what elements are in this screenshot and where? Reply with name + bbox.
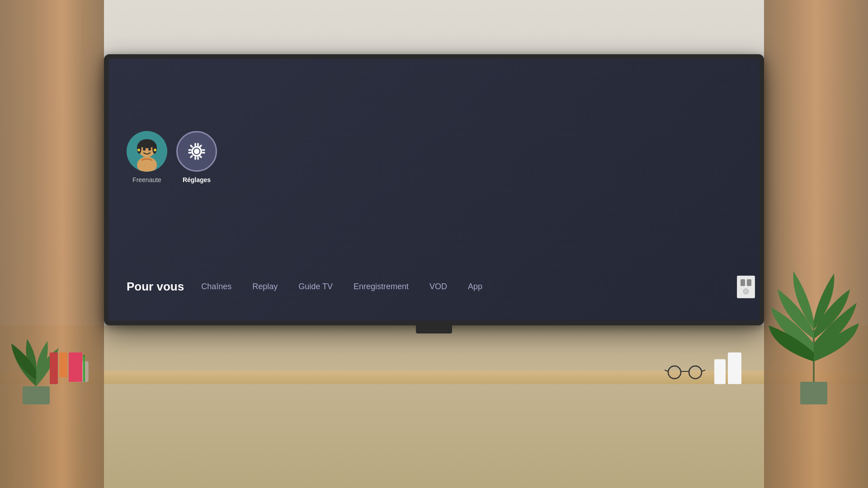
svg-point-28 [689, 366, 702, 379]
nav-bar: Pour vous Chaînes Replay Guide TV Enregi… [127, 280, 741, 294]
svg-point-6 [143, 148, 146, 151]
svg-rect-13 [23, 386, 50, 404]
white-vase [728, 352, 741, 384]
svg-point-5 [152, 143, 157, 154]
svg-line-30 [665, 370, 668, 371]
svg-rect-23 [737, 276, 755, 298]
room: Freenaute [0, 0, 868, 488]
wood-panel-left [0, 0, 104, 488]
wood-panel-right [764, 0, 868, 488]
nav-item-guide-tv[interactable]: Guide TV [295, 280, 336, 293]
books [50, 352, 82, 384]
nav-item-replay[interactable]: Replay [249, 280, 281, 293]
svg-point-7 [148, 148, 151, 151]
white-container [714, 359, 726, 384]
tv-screen: Freenaute [108, 59, 760, 321]
svg-point-9 [154, 149, 156, 151]
profile-area: Freenaute [127, 131, 217, 183]
nav-item-vod[interactable]: VOD [426, 280, 451, 293]
nav-item-chaines[interactable]: Chaînes [198, 280, 235, 293]
profile-freenaute[interactable]: Freenaute [127, 131, 167, 183]
svg-point-4 [137, 143, 142, 154]
svg-line-31 [702, 370, 705, 371]
nav-items: Chaînes Replay Guide TV Enregistrement V… [198, 280, 486, 293]
reglages-label: Réglages [183, 176, 211, 183]
book-1 [50, 352, 58, 384]
svg-rect-14 [800, 382, 827, 404]
settings-circle[interactable] [176, 131, 217, 172]
plant-right-svg [769, 262, 859, 407]
plant-right [769, 262, 859, 407]
svg-point-27 [668, 366, 681, 379]
gear-icon [188, 142, 206, 160]
book-3 [69, 352, 82, 382]
svg-rect-25 [747, 279, 751, 286]
svg-point-12 [194, 149, 199, 154]
nav-section-title: Pour vous [127, 280, 184, 294]
floor [0, 325, 868, 488]
nav-item-app[interactable]: App [464, 280, 486, 293]
svg-point-8 [137, 149, 140, 151]
svg-rect-24 [741, 279, 745, 286]
avatar-circle [127, 131, 167, 172]
screen-content: Freenaute [108, 59, 760, 321]
glasses-svg [665, 365, 705, 380]
outlet-svg [737, 276, 755, 298]
avatar-icon [127, 131, 167, 172]
power-outlet [737, 276, 755, 298]
nav-item-enregistrement[interactable]: Enregistrement [350, 280, 412, 293]
tv-frame: Freenaute [104, 54, 764, 325]
book-2 [59, 352, 67, 377]
profile-reglages[interactable]: Réglages [176, 131, 217, 183]
svg-point-26 [743, 289, 749, 294]
freenaute-label: Freenaute [132, 176, 161, 183]
tv-base [416, 325, 452, 333]
